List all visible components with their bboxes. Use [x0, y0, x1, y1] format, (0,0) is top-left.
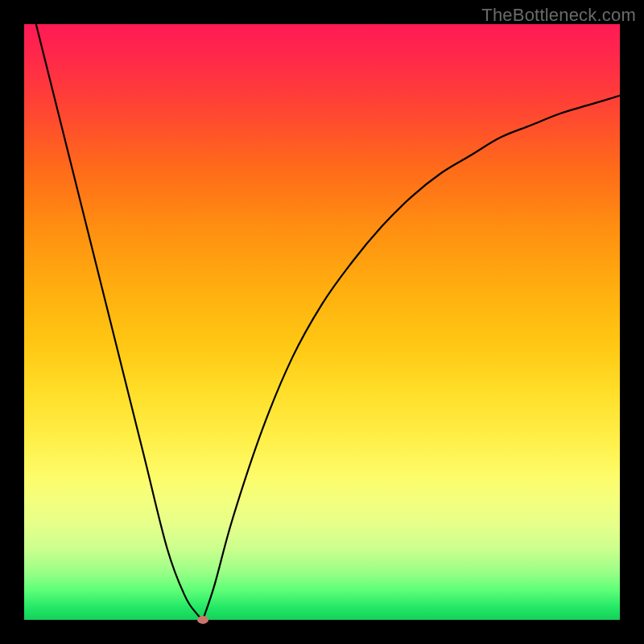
- watermark-text: TheBottleneck.com: [481, 5, 636, 26]
- vertex-marker: [197, 616, 208, 624]
- curve-layer: [24, 24, 620, 620]
- curve-right-branch: [203, 96, 620, 620]
- chart-frame: TheBottleneck.com: [0, 0, 644, 644]
- curve-left-branch: [36, 24, 203, 620]
- plot-area: [24, 24, 620, 620]
